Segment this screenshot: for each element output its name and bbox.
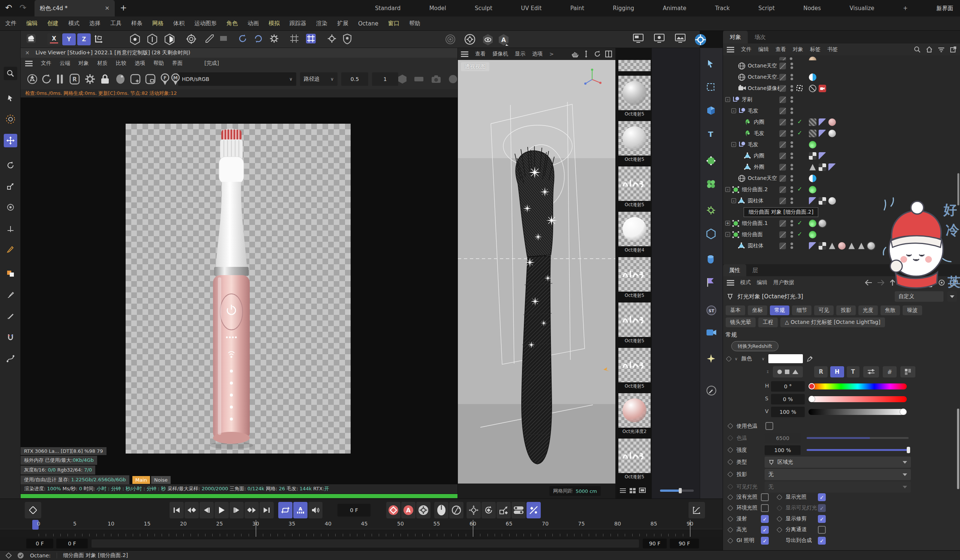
ruler-icon[interactable] (205, 34, 214, 43)
attr-menu-用户数据[interactable]: 用户数据 (773, 279, 794, 286)
keyframe-diamond-icon[interactable] (728, 495, 733, 500)
object-label[interactable]: 圆柱体 (748, 198, 763, 204)
checkbox-显示光照[interactable]: ✓ (818, 493, 826, 501)
cone-object-icon[interactable] (738, 242, 745, 249)
project-box-icon[interactable] (26, 34, 36, 43)
filter-icon[interactable] (912, 280, 919, 285)
layer-toggle-icon[interactable] (779, 141, 786, 148)
menu-体积[interactable]: 体积 (173, 20, 184, 27)
region-remove-icon[interactable] (145, 73, 156, 85)
workspace-tab-script[interactable]: Script (758, 5, 775, 12)
menu-窗口[interactable]: 窗口 (388, 20, 399, 27)
sliders-mode-icon[interactable] (863, 366, 879, 377)
chip-噪波[interactable]: 噪波 (902, 305, 922, 315)
checkbox-导出到合成[interactable]: ✓ (818, 537, 826, 545)
range-end-field[interactable]: 90 F (670, 539, 699, 548)
settings-gear-icon[interactable] (84, 73, 96, 85)
chip-工程[interactable]: 工程 (758, 317, 778, 327)
a-hex-icon[interactable]: A (498, 34, 509, 46)
checker-tag[interactable] (819, 163, 826, 171)
hair-object-icon[interactable] (744, 130, 751, 137)
camera-pick-icon[interactable] (431, 74, 442, 84)
monitor-a-icon[interactable] (633, 34, 643, 43)
viewport-menu-overflow[interactable]: > (549, 51, 554, 57)
menu-扩展[interactable]: 扩展 (337, 20, 348, 27)
chevron-down-icon[interactable]: ∨ (734, 356, 738, 361)
power-slider[interactable] (806, 449, 909, 451)
object-row[interactable]: 内圈 (723, 150, 960, 161)
flag-tag[interactable] (809, 197, 816, 205)
chip-镜头光晕[interactable]: 镜头光晕 (726, 317, 756, 327)
hexagon-icon[interactable] (706, 229, 716, 239)
tab-objects[interactable]: 对象 (723, 31, 748, 43)
hsv-value-field[interactable]: 100 % (771, 407, 805, 417)
left-color-swatches[interactable] (4, 266, 17, 280)
menu-网格[interactable]: 网格 (152, 20, 163, 27)
eye-hex-icon[interactable] (482, 34, 493, 46)
layer-toggle-icon[interactable] (779, 74, 786, 81)
menu-动画[interactable]: 动画 (248, 20, 259, 27)
object-label[interactable]: Octane天空 (748, 175, 777, 182)
text-tool-icon[interactable]: T (706, 130, 715, 139)
collapse-icon[interactable]: ⌄⌃ (766, 369, 769, 375)
record-position-button[interactable] (467, 502, 481, 519)
select-arrow-icon[interactable] (706, 59, 715, 68)
record-scale-button[interactable] (496, 502, 511, 519)
cone-object-icon[interactable] (744, 163, 751, 170)
document-tab[interactable]: 粉色.c4d * ✕ (35, 0, 115, 16)
light-type-dropdown[interactable]: 区域光 (765, 456, 911, 468)
lock-z[interactable]: Z (77, 34, 91, 45)
sky-object-icon[interactable] (738, 62, 746, 70)
flag-tag[interactable] (819, 118, 826, 126)
menu-文件[interactable]: 文件 (5, 20, 16, 27)
camera-view-icon[interactable] (706, 329, 717, 337)
left-move-tool[interactable] (4, 134, 17, 147)
range-slider-track[interactable] (91, 539, 639, 548)
render-settings-icon[interactable] (186, 34, 197, 44)
keyframe-diamond-icon[interactable] (728, 484, 733, 490)
object-label[interactable]: 细分曲面 (742, 231, 763, 238)
external-icon[interactable] (950, 279, 957, 286)
left-brush-tool[interactable] (4, 288, 17, 302)
editor-render-dots-icon[interactable] (790, 220, 793, 227)
marquee-icon[interactable] (706, 83, 715, 91)
editor-render-dots-icon[interactable] (790, 74, 793, 80)
up-arrow-icon[interactable] (890, 279, 896, 286)
color-swatch[interactable] (768, 354, 803, 363)
menu-创建[interactable]: 创建 (47, 20, 59, 27)
keyframe-diamond-icon[interactable] (728, 516, 733, 522)
visibility-toggle-icon[interactable] (779, 57, 786, 61)
checker-tag[interactable] (819, 197, 826, 205)
left-search-tool[interactable] (4, 67, 17, 80)
om-menu-书签[interactable]: 书签 (827, 46, 838, 53)
chip-基本[interactable]: 基本 (726, 305, 745, 315)
shadow-dropdown[interactable]: 无 (765, 469, 911, 480)
gear-generator-icon[interactable] (706, 206, 716, 215)
object-row[interactable]: -圆柱体 (723, 195, 960, 207)
search-icon[interactable] (900, 279, 907, 286)
keyframe-diamond-icon[interactable] (728, 527, 733, 533)
hsv-gradient-slider[interactable] (808, 383, 907, 389)
view-screen-icon[interactable] (639, 488, 646, 494)
use-temp-checkbox[interactable] (765, 422, 773, 430)
pause-icon[interactable] (56, 73, 64, 85)
object-row[interactable]: 内圈✓ (723, 116, 960, 128)
editor-render-dots-icon[interactable] (790, 153, 793, 159)
display-slider[interactable] (660, 490, 694, 492)
cone-object-icon[interactable] (744, 152, 751, 159)
render-viewport[interactable]: RTX 3060 La... [DT][8.6] %98 79 核外内存 已使用… (21, 97, 458, 484)
hexagon-pick-icon[interactable] (397, 74, 407, 84)
lv-menu-帮助[interactable]: 帮助 (154, 60, 164, 67)
region-add-icon[interactable] (130, 73, 141, 85)
picker-mode-T[interactable]: T (847, 366, 859, 377)
object-label[interactable]: 外圈 (754, 164, 764, 171)
temp-value-field[interactable]: 6500 (765, 433, 801, 443)
material-item[interactable]: Oct漫射5 (617, 347, 652, 392)
menu-角色[interactable]: 角色 (227, 20, 238, 27)
om-menu-对象[interactable]: 对象 (793, 46, 803, 53)
picker-mode-R[interactable]: R (814, 366, 828, 377)
vp-menu-选项[interactable]: 选项 (532, 51, 542, 57)
workspace-tab-visualize[interactable]: Visualize (850, 5, 875, 12)
material-tag[interactable] (809, 57, 816, 61)
view-list-icon[interactable] (619, 488, 626, 494)
